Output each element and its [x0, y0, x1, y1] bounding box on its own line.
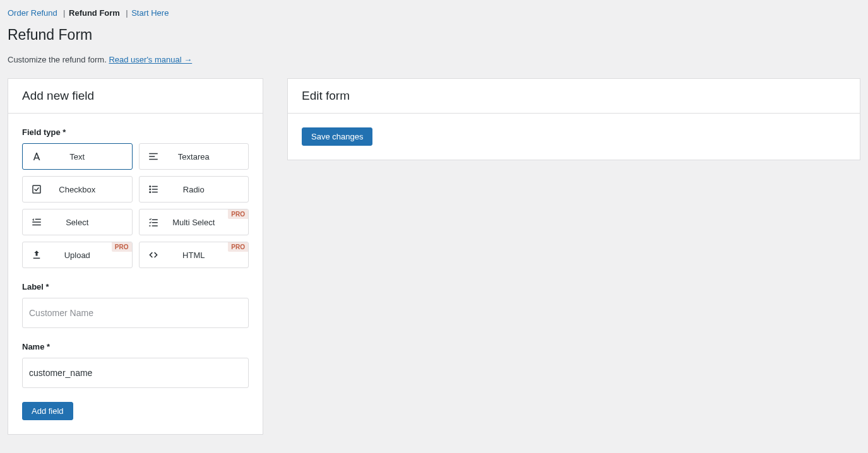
field-type-multi-select[interactable]: Multi Select PRO: [139, 209, 249, 235]
add-panel-title: Add new field: [8, 79, 263, 114]
field-type-label-text: Select: [51, 218, 132, 227]
html-code-icon: [140, 249, 167, 261]
field-type-label: Field type *: [22, 127, 249, 137]
svg-rect-2: [152, 186, 157, 187]
save-changes-button[interactable]: Save changes: [302, 127, 372, 146]
tab-refund-form[interactable]: Refund Form: [69, 8, 120, 18]
pro-badge: PRO: [228, 242, 248, 252]
upload-icon: [23, 249, 51, 261]
pro-badge: PRO: [112, 242, 132, 252]
tab-separator: |: [124, 8, 128, 18]
label-input[interactable]: [22, 298, 249, 328]
field-type-label-text: Checkbox: [51, 185, 132, 194]
field-type-upload[interactable]: Upload PRO: [22, 242, 133, 268]
field-type-html[interactable]: HTML PRO: [139, 242, 249, 268]
edit-panel-title: Edit form: [288, 79, 860, 114]
svg-point-5: [149, 191, 151, 193]
svg-point-1: [149, 185, 151, 187]
field-type-text[interactable]: Text: [22, 143, 133, 170]
field-type-checkbox[interactable]: Checkbox: [22, 176, 133, 203]
tab-separator: |: [61, 8, 65, 18]
svg-rect-0: [33, 185, 40, 193]
checkbox-icon: [23, 184, 51, 195]
pro-badge: PRO: [228, 209, 248, 219]
tab-start-here[interactable]: Start Here: [131, 8, 169, 18]
label-field-label: Label *: [22, 282, 249, 291]
edit-form-panel: Edit form Save changes: [287, 78, 860, 160]
field-type-label-text: Text: [51, 152, 132, 162]
multi-select-icon: [140, 216, 167, 228]
svg-rect-4: [152, 189, 157, 190]
name-input[interactable]: [22, 358, 249, 388]
textarea-icon: [140, 151, 167, 162]
field-type-label-text: Textarea: [167, 152, 249, 162]
users-manual-link[interactable]: Read user's manual →: [109, 55, 192, 64]
field-type-radio[interactable]: Radio: [139, 176, 249, 203]
svg-point-3: [149, 189, 151, 191]
name-field-label: Name *: [22, 342, 249, 351]
tab-order-refund[interactable]: Order Refund: [8, 8, 57, 18]
breadcrumb-tabs: Order Refund | Refund Form | Start Here: [8, 3, 860, 25]
field-type-select[interactable]: Select: [22, 209, 133, 235]
page-subtitle: Customize the refund form. Read user's m…: [8, 55, 860, 64]
subtitle-text: Customize the refund form.: [8, 55, 109, 64]
add-new-field-panel: Add new field Field type * Text: [8, 78, 263, 435]
text-icon: [23, 151, 51, 162]
page-title: Refund Form: [8, 26, 860, 44]
add-field-button[interactable]: Add field: [22, 402, 73, 420]
svg-rect-6: [152, 192, 157, 193]
field-type-textarea[interactable]: Textarea: [139, 143, 249, 170]
radio-list-icon: [140, 184, 167, 195]
field-type-label-text: Radio: [167, 185, 249, 194]
select-icon: [23, 216, 51, 228]
